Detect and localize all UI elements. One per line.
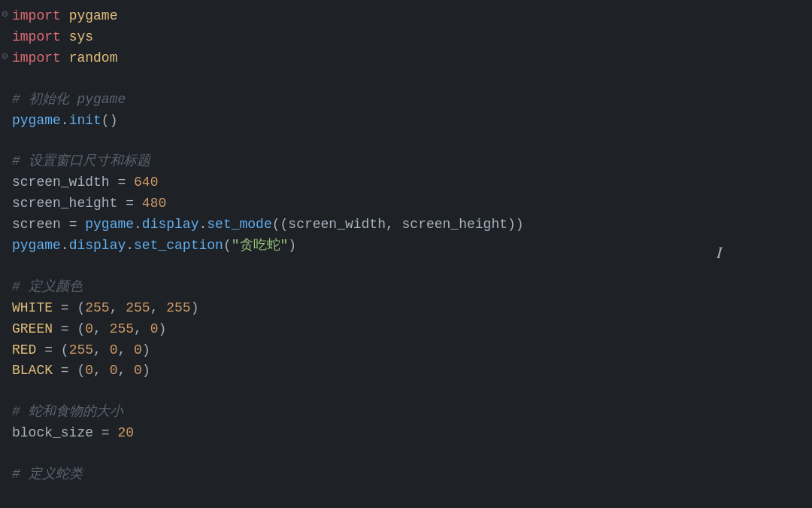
token-kw-func: pygame	[12, 238, 61, 253]
token-kw-const: RED	[12, 342, 44, 357]
token-kw-string: "贪吃蛇"	[232, 238, 289, 253]
token-kw-import: import	[12, 50, 69, 65]
code-text: RED = (255, 0, 0)	[12, 340, 150, 361]
code-line: import sys	[0, 27, 812, 48]
code-text: pygame.display.set_caption("贪吃蛇")	[12, 236, 296, 257]
token-kw-func: set_mode	[207, 217, 271, 232]
token-kw-num: 0	[134, 342, 142, 357]
token-kw-punct: .	[61, 238, 69, 253]
code-line-empty	[0, 444, 812, 464]
code-text: # 定义蛇类	[12, 464, 83, 485]
token-kw-punct: )	[142, 342, 150, 357]
token-kw-punct: = (	[61, 363, 85, 378]
token-kw-punct: .	[126, 238, 134, 253]
code-line: # 设置窗口尺寸和标题	[0, 151, 812, 172]
token-kw-num: 0	[85, 321, 93, 336]
code-line: # 定义颜色	[0, 277, 812, 298]
code-line: block_size = 20	[0, 423, 812, 444]
code-text: # 定义颜色	[12, 277, 83, 298]
token-kw-num: 255	[85, 300, 109, 315]
token-kw-num: 255	[69, 342, 93, 357]
token-kw-punct: =	[126, 196, 142, 211]
token-kw-comment: # 设置窗口尺寸和标题	[12, 154, 150, 169]
token-kw-num: 255	[110, 321, 134, 336]
token-kw-func: pygame	[12, 113, 61, 128]
token-kw-punct: = (	[44, 342, 68, 357]
fold-indicator[interactable]: ⊖	[2, 6, 8, 23]
token-kw-punct: =	[69, 217, 86, 232]
token-kw-punct: ,	[93, 321, 110, 336]
code-line: # 初始化 pygame	[0, 90, 812, 111]
token-kw-module: random	[69, 50, 118, 65]
code-text: BLACK = (0, 0, 0)	[12, 360, 150, 382]
token-kw-num: 255	[166, 300, 190, 315]
code-text: # 蛇和食物的大小	[12, 402, 123, 423]
fold-indicator[interactable]: ⊖	[2, 48, 8, 65]
code-line: # 蛇和食物的大小	[0, 402, 812, 423]
token-kw-punct: )	[191, 300, 199, 315]
code-line: # 定义蛇类	[0, 464, 812, 485]
token-kw-num: 255	[126, 300, 150, 315]
token-kw-punct: =	[102, 425, 118, 440]
code-line: BLACK = (0, 0, 0)	[0, 360, 812, 382]
token-kw-comment: # 蛇和食物的大小	[12, 404, 123, 419]
token-kw-punct: ,	[110, 300, 126, 315]
token-kw-num: 0	[110, 363, 118, 378]
token-kw-num: 640	[134, 175, 158, 190]
code-line: screen_height = 480	[0, 193, 812, 214]
token-kw-punct: = (	[61, 321, 85, 336]
code-line: pygame.display.set_caption("贪吃蛇")	[0, 236, 812, 257]
code-text: GREEN = (0, 255, 0)	[12, 319, 166, 340]
token-kw-const: WHITE	[12, 300, 61, 315]
token-kw-punct: .	[198, 217, 207, 232]
code-text: import pygame	[12, 6, 117, 27]
code-line: GREEN = (0, 255, 0)	[0, 319, 812, 340]
token-kw-punct: .	[134, 217, 142, 232]
code-text: # 初始化 pygame	[12, 90, 126, 111]
token-kw-import: import	[12, 29, 69, 44]
token-kw-func: display	[142, 217, 199, 232]
token-kw-comment: # 初始化 pygame	[12, 92, 126, 107]
token-kw-punct: ,	[386, 217, 402, 232]
token-kw-module: sys	[69, 29, 93, 44]
code-line: screen = pygame.display.set_mode((screen…	[0, 214, 812, 236]
code-line-empty	[0, 69, 812, 90]
token-kw-punct: ()	[102, 113, 118, 128]
token-kw-punct: )	[158, 321, 166, 336]
token-kw-num: 20	[117, 425, 134, 440]
token-kw-punct: ))	[508, 217, 524, 232]
token-kw-var: screen_width	[288, 217, 386, 232]
code-line: pygame.init()	[0, 111, 812, 132]
token-kw-func: set_caption	[134, 238, 223, 253]
token-kw-func: pygame	[85, 217, 134, 232]
token-kw-punct: ,	[117, 363, 134, 378]
token-kw-punct: ,	[93, 342, 110, 357]
code-line: screen_width = 640	[0, 172, 812, 193]
text-cursor: 𝐼	[717, 241, 722, 267]
code-line-empty	[0, 382, 812, 402]
token-kw-var: block_size	[12, 425, 102, 440]
token-kw-punct: ,	[134, 321, 150, 336]
code-text: block_size = 20	[12, 423, 134, 444]
code-text: screen_height = 480	[12, 193, 166, 214]
token-kw-punct: ,	[150, 300, 167, 315]
code-line: ⊖import random	[0, 48, 812, 69]
token-kw-const: GREEN	[12, 321, 61, 336]
code-line: ⊖import pygame	[0, 6, 812, 27]
token-kw-num: 0	[85, 363, 93, 378]
code-text: screen_width = 640	[12, 172, 158, 193]
token-kw-var: screen	[12, 217, 69, 232]
token-kw-func: display	[69, 238, 126, 253]
token-kw-num: 0	[134, 363, 142, 378]
token-kw-num: 0	[150, 321, 159, 336]
token-kw-var: screen_height	[12, 196, 126, 211]
code-line-empty	[0, 257, 812, 277]
code-editor[interactable]: ⊖import pygameimport sys⊖import random# …	[0, 0, 812, 508]
token-kw-func: init	[69, 113, 102, 128]
token-kw-const: BLACK	[12, 363, 61, 378]
token-kw-punct: )	[142, 363, 150, 378]
code-text: import random	[12, 48, 117, 69]
token-kw-num: 480	[142, 196, 166, 211]
token-kw-punct: ((	[272, 217, 289, 232]
token-kw-punct: = (	[61, 300, 85, 315]
